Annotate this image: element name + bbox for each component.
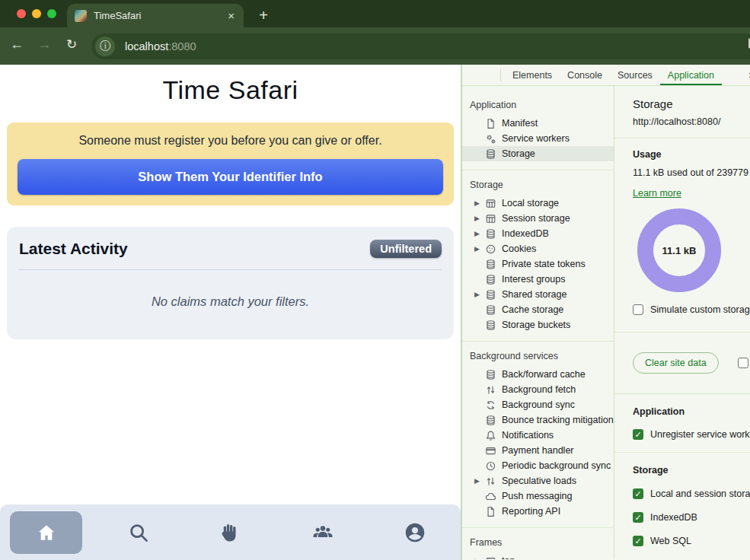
nav-item-home[interactable] [0, 511, 92, 554]
devtools-panel: ElementsConsoleSourcesApplication × Appl… [461, 65, 750, 560]
sidebar-item-background-fetch[interactable]: Background fetch [462, 382, 614, 397]
sidebar-section-frames: Frames▶top [462, 527, 614, 559]
devtools-tab-sources[interactable]: Sources [610, 65, 660, 85]
card-icon [484, 444, 496, 457]
sidebar-item-bounce-tracking-mitigations[interactable]: Bounce tracking mitigations [462, 412, 614, 428]
sidebar-section-header: Frames [462, 533, 614, 553]
expander-triangle-icon[interactable]: ▶ [474, 199, 484, 207]
sidebar-item-label: Session storage [502, 213, 570, 224]
sidebar-item-interest-groups[interactable]: Interest groups [462, 272, 614, 287]
sidebar-item-cache-storage[interactable]: Cache storage [462, 302, 614, 317]
hand-icon[interactable] [219, 521, 242, 544]
checkbox-indexeddb[interactable]: ✓ [633, 512, 643, 523]
url-text[interactable]: localhost:8080 [125, 40, 196, 52]
new-tab-button[interactable]: + [253, 5, 274, 26]
inspect-icon[interactable] [462, 66, 480, 84]
sidebar-item-payment-handler[interactable]: Payment handler [462, 443, 614, 458]
sidebar-item-label: Periodic background sync [502, 460, 611, 471]
expander-triangle-icon[interactable]: ▶ [474, 291, 484, 298]
sidebar-item-local-storage[interactable]: ▶Local storage [462, 196, 614, 211]
application-checkbox-list: ✓Unregister service workers [633, 429, 750, 440]
sidebar-item-top[interactable]: ▶top [462, 553, 614, 559]
checkbox-label: Unregister service workers [650, 429, 750, 440]
sidebar-item-periodic-background-sync[interactable]: Periodic background sync [462, 458, 614, 473]
devtools-tab-application[interactable]: Application [660, 65, 722, 85]
nav-item-search[interactable] [92, 521, 184, 544]
checkbox-label: IndexedDB [650, 512, 697, 523]
devtools-tab-console[interactable]: Console [560, 65, 610, 85]
zoom-icon[interactable] [47, 9, 56, 18]
activity-divider [19, 269, 442, 270]
sidebar-item-back-forward-cache[interactable]: Back/forward cache [462, 367, 614, 382]
sidebar-section-header: Background services [462, 346, 614, 367]
database-icon [484, 319, 496, 331]
minimize-icon[interactable] [32, 9, 41, 18]
profile-icon[interactable] [404, 521, 426, 544]
nav-item-profile[interactable] [369, 521, 461, 544]
browser-tab[interactable]: TimeSafari × [67, 4, 244, 27]
sidebar-item-session-storage[interactable]: ▶Session storage [462, 211, 614, 226]
tab-close-icon[interactable]: × [226, 9, 236, 22]
expander-triangle-icon[interactable]: ▶ [474, 557, 484, 559]
database-icon [484, 273, 496, 285]
include-third-party-checkbox[interactable] [738, 358, 748, 368]
sidebar-item-notifications[interactable]: Notifications [462, 428, 614, 443]
devtools-tabbar: ElementsConsoleSourcesApplication × [462, 65, 750, 86]
expander-triangle-icon[interactable]: ▶ [474, 215, 484, 222]
simulate-quota-checkbox[interactable] [633, 304, 643, 315]
expander-triangle-icon[interactable]: ▶ [474, 230, 484, 237]
people-icon[interactable] [311, 521, 334, 544]
sidebar-item-speculative-loads[interactable]: ▶Speculative loads [462, 473, 614, 488]
info-icon[interactable]: ⓘ [95, 37, 115, 56]
sidebar-item-label: Payment handler [502, 445, 574, 456]
sidebar-item-label: Bounce tracking mitigations [502, 415, 614, 425]
sidebar-item-reporting-api[interactable]: Reporting API [462, 504, 614, 519]
sidebar-item-shared-storage[interactable]: ▶Shared storage [462, 287, 614, 302]
sidebar-item-indexeddb[interactable]: ▶IndexedDB [462, 226, 614, 241]
checkbox-local-and-session-storage[interactable]: ✓ [633, 488, 643, 499]
checkbox-unregister-service-workers[interactable]: ✓ [633, 429, 643, 440]
sidebar-item-push-messaging[interactable]: Push messaging [462, 488, 614, 504]
show-identifier-info-button[interactable]: Show Them Your Identifier Info [18, 159, 443, 195]
search-icon[interactable] [127, 521, 150, 544]
back-icon[interactable]: ← [7, 37, 27, 52]
sidebar-item-storage[interactable]: Storage [462, 146, 614, 161]
nav-item-contacts[interactable] [276, 521, 369, 544]
sidebar-item-service-workers[interactable]: Service workers [462, 131, 614, 146]
clear-site-data-button[interactable]: Clear site data [633, 352, 719, 374]
sidebar-item-private-state-tokens[interactable]: Private state tokens [462, 256, 614, 272]
browser-tabstrip: TimeSafari × + [0, 0, 750, 27]
expander-triangle-icon[interactable]: ▶ [474, 477, 484, 485]
register-alert-message: Someone must register you before you can… [18, 134, 443, 148]
close-icon[interactable] [17, 9, 26, 18]
sidebar-item-label: Storage buckets [502, 320, 570, 330]
unfiltered-badge[interactable]: Unfiltered [370, 240, 442, 258]
expander-triangle-icon[interactable]: ▶ [474, 245, 484, 253]
device-toolbar-icon[interactable] [480, 66, 499, 84]
home-icon[interactable] [10, 511, 82, 554]
sidebar-item-storage-buckets[interactable]: Storage buckets [462, 317, 614, 332]
sidebar-item-label: Back/forward cache [502, 369, 586, 380]
sidebar-item-label: Background fetch [502, 384, 576, 395]
sidebar-item-label: Shared storage [502, 289, 566, 300]
sidebar-item-label: Service workers [502, 133, 570, 144]
learn-more-link[interactable]: Learn more [633, 188, 681, 199]
sidebar-item-cookies[interactable]: ▶Cookies [462, 241, 614, 256]
sidebar-item-label: Speculative loads [502, 476, 576, 486]
bell-icon [484, 429, 496, 441]
storage-section-header: Storage [633, 465, 750, 476]
checkbox-web-sql[interactable]: ✓ [633, 536, 643, 546]
reload-icon[interactable]: ↻ [62, 37, 81, 52]
database-icon [484, 304, 496, 316]
table-icon [484, 212, 496, 224]
sidebar-item-label: Notifications [502, 430, 554, 441]
sidebar-section-storage: Storage▶Local storage▶Session storage▶In… [462, 170, 614, 341]
timesafari-page: Time Safari Someone must register you be… [0, 65, 461, 560]
usage-header: Usage [633, 149, 750, 160]
updown-icon [484, 383, 496, 396]
devtools-tab-elements[interactable]: Elements [505, 65, 560, 85]
nav-item-projects[interactable] [184, 521, 276, 544]
sidebar-item-background-sync[interactable]: Background sync [462, 397, 614, 412]
address-bar[interactable]: ⓘ localhost:8080 [91, 33, 750, 59]
sidebar-item-manifest[interactable]: Manifest [462, 116, 614, 131]
